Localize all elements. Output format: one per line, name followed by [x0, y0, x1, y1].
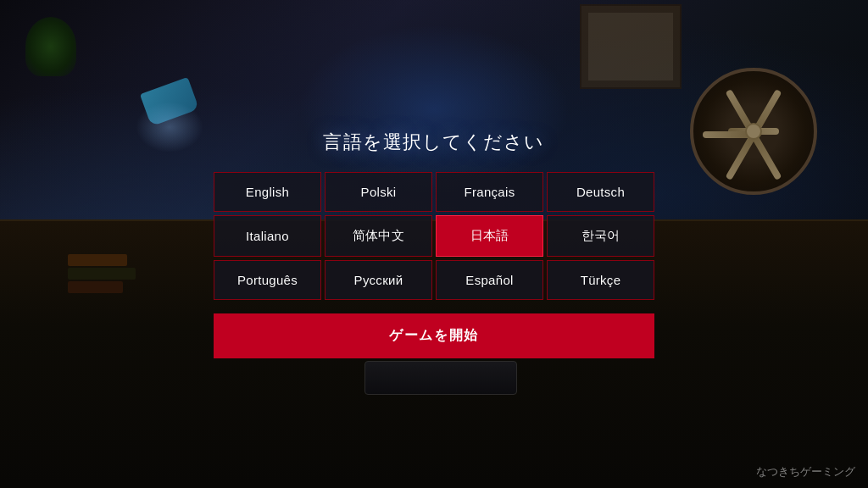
watermark: なつきちゲーミング	[756, 464, 855, 480]
language-button-italiano[interactable]: Italiano	[214, 215, 321, 257]
language-modal: 言語を選択してください EnglishPolskiFrançaisDeutsch…	[214, 130, 654, 358]
modal-title: 言語を選択してください	[323, 130, 544, 155]
language-grid: EnglishPolskiFrançaisDeutschItaliano简体中文…	[214, 172, 654, 300]
language-button-turkish[interactable]: Türkçe	[547, 260, 654, 300]
language-button-japanese[interactable]: 日本語	[436, 215, 543, 257]
language-button-korean[interactable]: 한국어	[547, 215, 654, 257]
language-button-chinese[interactable]: 简体中文	[325, 215, 432, 257]
modal-overlay: 言語を選択してください EnglishPolskiFrançaisDeutsch…	[0, 0, 868, 488]
language-button-francais[interactable]: Français	[436, 172, 543, 212]
language-button-polski[interactable]: Polski	[325, 172, 432, 212]
language-button-english[interactable]: English	[214, 172, 321, 212]
language-button-spanish[interactable]: Español	[436, 260, 543, 300]
language-button-russian[interactable]: Русский	[325, 260, 432, 300]
start-game-button[interactable]: ゲームを開始	[214, 313, 654, 358]
language-button-deutsch[interactable]: Deutsch	[547, 172, 654, 212]
language-button-portuguese[interactable]: Português	[214, 260, 321, 300]
